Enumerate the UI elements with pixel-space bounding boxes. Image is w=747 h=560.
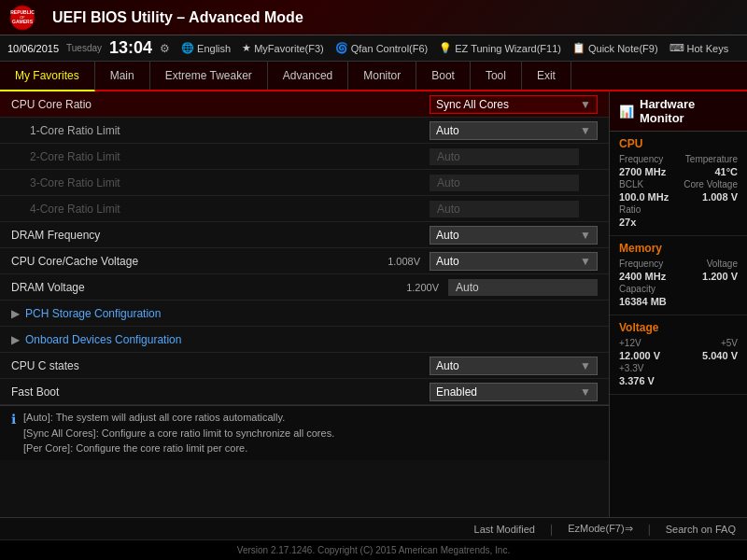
- monitor-mem-volt-value: 1.200 V: [702, 271, 738, 282]
- row-label-dram-voltage: DRAM Voltage: [11, 281, 406, 294]
- nav-advanced[interactable]: Advanced: [268, 62, 348, 90]
- info-icon: ℹ: [11, 412, 16, 427]
- 1core-ratio-dropdown[interactable]: Auto ▼: [430, 121, 598, 140]
- monitor-temp-value: 41°C: [714, 166, 738, 177]
- row-value-3core: Auto: [430, 175, 598, 191]
- monitor-cpu-freq-val-row: 2700 MHz 41°C: [619, 166, 738, 177]
- monitor-mem-volt-label: Voltage: [707, 259, 738, 269]
- row-value-cpu-core-ratio: Sync All Cores ▼: [430, 95, 598, 114]
- status-divider: |: [550, 523, 553, 536]
- toolbar-hotkeys[interactable]: ⌨ Hot Keys: [669, 42, 729, 54]
- cpu-core-ratio-dropdown[interactable]: Sync All Cores ▼: [430, 95, 598, 114]
- monitor-33v-value: 3.376 V: [619, 375, 655, 386]
- nav-boot[interactable]: Boot: [416, 62, 471, 90]
- toolbar-eztuning[interactable]: 💡 EZ Tuning Wizard(F11): [439, 42, 561, 54]
- row-value-cpu-voltage: 1.008V Auto ▼: [388, 252, 598, 271]
- cpu-cstates-dropdown[interactable]: Auto ▼: [430, 357, 598, 375]
- monitor-icon: 📊: [619, 105, 634, 119]
- globe-icon: 🌐: [181, 42, 194, 54]
- last-modified-status[interactable]: Last Modified: [474, 524, 535, 535]
- monitor-mem-cap-value: 16384 MB: [619, 296, 667, 307]
- toolbar-english[interactable]: 🌐 English: [181, 42, 231, 54]
- nav-exit[interactable]: Exit: [522, 62, 571, 90]
- row-value-dram-voltage: 1.200V Auto: [406, 279, 598, 296]
- monitor-mem-freq-value: 2400 MHz: [619, 271, 666, 282]
- dram-voltage-mini-value: 1.200V: [406, 282, 439, 293]
- monitor-corevolt-label: Core Voltage: [684, 179, 738, 189]
- monitor-mem-cap-label: Capacity: [619, 284, 655, 294]
- monitor-mem-cap-val-row: 16384 MB: [619, 296, 738, 307]
- info-text: [Auto]: The system will adjust all core …: [23, 410, 334, 456]
- cpu-voltage-dropdown[interactable]: Auto ▼: [430, 252, 598, 271]
- table-row: 3-Core Ratio Limit Auto: [0, 170, 609, 196]
- nav-main[interactable]: Main: [95, 62, 150, 90]
- nav-tool[interactable]: Tool: [471, 62, 522, 90]
- settings-panel: CPU Core Ratio Sync All Cores ▼ 1-Core R…: [0, 91, 609, 517]
- bios-title: UEFI BIOS Utility – Advanced Mode: [52, 9, 738, 26]
- svg-text:GAMERS: GAMERS: [12, 19, 34, 24]
- monitor-mem-freq-label: Frequency: [619, 259, 663, 269]
- table-row[interactable]: ▶ Onboard Devices Configuration: [0, 327, 609, 353]
- onboard-devices-link[interactable]: Onboard Devices Configuration: [25, 333, 181, 346]
- table-row: Fast Boot Enabled ▼: [0, 379, 609, 405]
- toolbar-datetime: 10/06/2015 Tuesday 13:04 ⚙: [7, 38, 170, 58]
- monitor-33v-label: +3.3V: [619, 363, 643, 373]
- monitor-12v-value: 12.000 V: [619, 350, 660, 361]
- monitor-freq-value: 2700 MHz: [619, 166, 666, 177]
- toolbar-quicknote[interactable]: 📋 Quick Note(F9): [572, 42, 658, 54]
- main-content: CPU Core Ratio Sync All Cores ▼ 1-Core R…: [0, 91, 747, 517]
- row-value-fast-boot: Enabled ▼: [430, 383, 598, 401]
- nav-extremetweaker[interactable]: Extreme Tweaker: [150, 62, 268, 90]
- footer: Version 2.17.1246. Copyright (C) 2015 Am…: [0, 539, 747, 560]
- keyboard-icon: ⌨: [669, 42, 684, 54]
- table-row[interactable]: ▶ PCH Storage Configuration: [0, 301, 609, 327]
- toolbar-time: 13:04: [109, 38, 152, 58]
- toolbar-qfan[interactable]: 🌀 Qfan Control(F6): [335, 42, 429, 54]
- fan-icon: 🌀: [335, 42, 348, 54]
- row-label-3core: 3-Core Ratio Limit: [11, 176, 430, 189]
- monitor-mem-values: 2400 MHz 1.200 V: [619, 271, 738, 282]
- toolbar-myfavorite[interactable]: ★ MyFavorite(F3): [242, 42, 324, 54]
- note-icon: 📋: [572, 42, 585, 54]
- status-divider-2: |: [648, 523, 651, 536]
- row-label-1core: 1-Core Ratio Limit: [11, 124, 430, 137]
- table-row: CPU Core/Cache Voltage 1.008V Auto ▼: [0, 248, 609, 274]
- bulb-icon: 💡: [439, 42, 452, 54]
- monitor-ratio-label: Ratio: [619, 204, 641, 215]
- nav-myfavorites[interactable]: My Favorites: [0, 62, 95, 91]
- row-value-dram-freq: Auto ▼: [430, 226, 598, 245]
- table-row: CPU Core Ratio Sync All Cores ▼: [0, 91, 609, 118]
- gear-icon[interactable]: ⚙: [160, 42, 170, 55]
- monitor-5v-value: 5.040 V: [702, 350, 738, 361]
- dram-voltage-text: Auto: [448, 279, 598, 296]
- cpu-voltage-mini-value: 1.008V: [388, 256, 420, 267]
- monitor-voltage-title: Voltage: [619, 321, 738, 334]
- monitor-corevolt-value: 1.008 V: [702, 191, 738, 203]
- monitor-volt-labels-2: +3.3V: [619, 363, 738, 373]
- nav-bar: My Favorites Main Extreme Tweaker Advanc…: [0, 62, 747, 91]
- table-row: DRAM Frequency Auto ▼: [0, 222, 609, 248]
- table-row: 1-Core Ratio Limit Auto ▼: [0, 118, 609, 144]
- row-label-fast-boot: Fast Boot: [11, 385, 430, 399]
- monitor-voltage-section: Voltage +12V +5V 12.000 V 5.040 V +3.3V …: [610, 315, 747, 395]
- search-faq-button[interactable]: Search on FAQ: [666, 524, 736, 535]
- monitor-ratio-value: 27x: [619, 217, 636, 228]
- monitor-volt-values-2: 3.376 V: [619, 375, 738, 386]
- row-label-4core: 4-Core Ratio Limit: [11, 203, 430, 216]
- row-value-4core: Auto: [430, 201, 598, 217]
- row-label-cpu-cstates: CPU C states: [11, 359, 430, 372]
- fast-boot-dropdown[interactable]: Enabled ▼: [430, 383, 598, 401]
- pch-storage-link[interactable]: PCH Storage Configuration: [25, 307, 161, 320]
- nav-monitor[interactable]: Monitor: [348, 62, 416, 90]
- status-bar: Last Modified | EzMode(F7)⇒ | Search on …: [0, 517, 747, 539]
- monitor-volt-values-1: 12.000 V 5.040 V: [619, 350, 738, 361]
- toolbar-day: Tuesday: [66, 43, 102, 53]
- row-value-1core: Auto ▼: [430, 121, 598, 140]
- monitor-cpu-ratio-row: Ratio: [619, 204, 738, 215]
- row-label-dram-freq: DRAM Frequency: [11, 229, 430, 242]
- dram-freq-dropdown[interactable]: Auto ▼: [430, 226, 598, 245]
- table-row: CPU C states Auto ▼: [0, 353, 609, 379]
- ez-mode-button[interactable]: EzMode(F7)⇒: [568, 523, 633, 535]
- monitor-5v-label: +5V: [721, 338, 738, 348]
- chevron-down-icon: ▼: [580, 124, 591, 137]
